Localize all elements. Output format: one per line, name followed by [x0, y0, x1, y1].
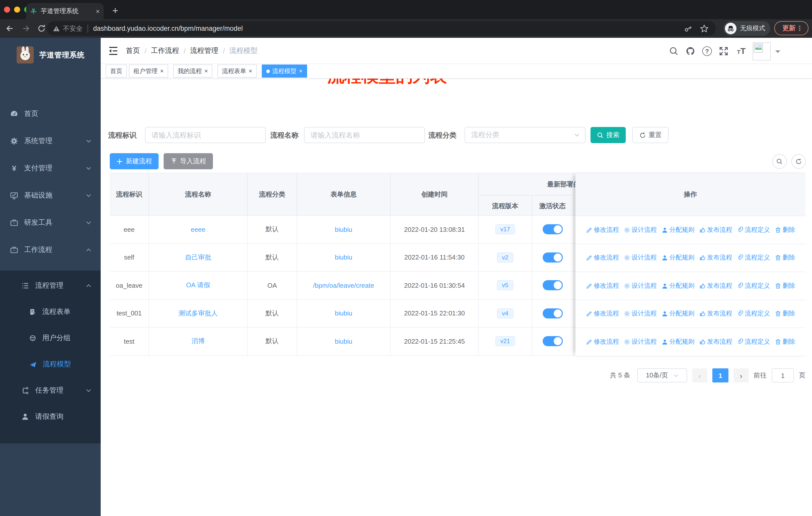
tag-my-process[interactable]: 我的流程× — [173, 64, 212, 78]
process-category-select[interactable]: 流程分类 — [465, 127, 585, 143]
search-button[interactable]: 搜索 — [590, 127, 626, 143]
tag-close-icon[interactable]: × — [160, 68, 164, 74]
help-icon[interactable]: ? — [702, 46, 712, 56]
action-assign-link[interactable]: 分配规则 — [661, 337, 694, 346]
tag-tenant[interactable]: 租户管理× — [129, 64, 168, 78]
prev-page-button[interactable]: ‹ — [692, 369, 707, 382]
sidebar-item-system[interactable]: 系统管理 — [0, 128, 101, 155]
action-delete-link[interactable]: 删除 — [775, 282, 795, 290]
goto-page-input[interactable] — [772, 369, 794, 382]
show-search-toggle-button[interactable] — [772, 154, 787, 169]
sidebar-item-payment[interactable]: ¥ 支付管理 — [0, 155, 101, 182]
version-badge[interactable]: v21 — [495, 336, 515, 347]
sidebar-item-process-management[interactable]: 流程管理 — [0, 273, 101, 299]
version-badge[interactable]: v17 — [495, 224, 515, 235]
action-delete-link[interactable]: 删除 — [775, 310, 795, 318]
version-badge[interactable]: v5 — [497, 280, 513, 291]
sidebar-item-devtools[interactable]: 研发工具 — [0, 209, 101, 236]
refresh-table-button[interactable] — [791, 154, 806, 169]
browser-tab[interactable]: 芋道管理系统 × — [26, 3, 104, 19]
bookmark-star-icon[interactable] — [700, 24, 709, 33]
action-design-link[interactable]: 设计流程 — [624, 310, 657, 318]
page-size-select[interactable]: 10条/页 — [637, 369, 687, 382]
next-page-button[interactable]: › — [733, 369, 749, 382]
action-publish-link[interactable]: 发布流程 — [699, 226, 732, 234]
active-toggle[interactable] — [543, 280, 562, 291]
tag-process-model[interactable]: 流程模型× — [262, 64, 307, 78]
action-edit-link[interactable]: 修改流程 — [586, 310, 619, 318]
create-process-button[interactable]: 新建流程 — [110, 153, 158, 169]
page-number-button[interactable]: 1 — [712, 369, 728, 382]
active-toggle[interactable] — [543, 224, 562, 235]
active-toggle[interactable] — [543, 336, 562, 347]
action-definition-link[interactable]: 流程定义 — [737, 254, 770, 262]
sidebar-collapse-icon[interactable] — [108, 46, 118, 55]
action-assign-link[interactable]: 分配规则 — [661, 254, 694, 262]
sidebar-logo[interactable]: 芋道管理系统 — [0, 42, 101, 68]
process-name-input[interactable] — [304, 127, 425, 143]
sidebar-item-home[interactable]: 首页 — [0, 100, 101, 128]
password-key-icon[interactable] — [684, 24, 693, 33]
breadcrumb-home[interactable]: 首页 — [126, 46, 140, 55]
process-name-link[interactable]: 自己审批 — [185, 253, 211, 262]
window-minimize-button[interactable] — [14, 6, 20, 12]
import-process-button[interactable]: 导入流程 — [164, 153, 213, 169]
back-icon[interactable] — [5, 24, 14, 33]
action-design-link[interactable]: 设计流程 — [624, 337, 657, 346]
process-name-link[interactable]: 测试多审批人 — [178, 309, 218, 318]
process-name-link[interactable]: 滔博 — [192, 337, 205, 346]
version-badge[interactable]: v2 — [497, 252, 513, 263]
address-bar[interactable]: 不安全 dashboard.yudao.iocoder.cn/bpm/manag… — [47, 21, 716, 36]
security-chip[interactable]: 不安全 — [53, 24, 83, 33]
sidebar-item-leave-query[interactable]: 请假查询 — [0, 404, 101, 430]
version-badge[interactable]: v4 — [497, 308, 513, 319]
sidebar-item-user-groups[interactable]: 用户分组 — [0, 325, 101, 351]
action-edit-link[interactable]: 修改流程 — [586, 337, 619, 346]
action-definition-link[interactable]: 流程定义 — [737, 226, 770, 234]
forward-icon[interactable] — [21, 24, 31, 33]
action-publish-link[interactable]: 发布流程 — [699, 310, 732, 318]
process-id-input[interactable] — [145, 127, 266, 143]
sidebar-item-task-management[interactable]: 任务管理 — [0, 377, 101, 404]
tag-close-icon[interactable]: × — [249, 68, 252, 74]
action-design-link[interactable]: 设计流程 — [624, 226, 657, 234]
action-design-link[interactable]: 设计流程 — [624, 282, 657, 290]
process-name-link[interactable]: eeee — [191, 226, 205, 233]
form-info-link[interactable]: biubiu — [335, 337, 352, 345]
new-tab-button[interactable]: + — [109, 4, 122, 17]
form-info-link[interactable]: biubiu — [335, 254, 352, 261]
action-publish-link[interactable]: 发布流程 — [699, 282, 732, 290]
tag-close-icon[interactable]: × — [204, 68, 208, 74]
github-icon[interactable] — [686, 46, 695, 56]
action-assign-link[interactable]: 分配规则 — [661, 282, 694, 290]
action-definition-link[interactable]: 流程定义 — [737, 282, 770, 290]
fullscreen-icon[interactable] — [719, 46, 728, 56]
active-toggle[interactable] — [543, 252, 562, 263]
form-info-link[interactable]: biubiu — [335, 310, 352, 317]
form-info-link[interactable]: biubiu — [335, 226, 352, 233]
action-definition-link[interactable]: 流程定义 — [737, 337, 770, 346]
active-toggle[interactable] — [543, 308, 562, 319]
sidebar-item-process-model[interactable]: 流程模型 — [0, 351, 101, 377]
action-edit-link[interactable]: 修改流程 — [586, 254, 619, 262]
action-delete-link[interactable]: 删除 — [775, 337, 795, 346]
avatar-caret-icon[interactable] — [775, 50, 780, 55]
action-design-link[interactable]: 设计流程 — [624, 254, 657, 262]
search-icon[interactable] — [669, 46, 678, 56]
action-edit-link[interactable]: 修改流程 — [586, 282, 619, 290]
action-publish-link[interactable]: 发布流程 — [699, 254, 732, 262]
action-publish-link[interactable]: 发布流程 — [699, 337, 732, 346]
window-close-button[interactable] — [4, 6, 10, 12]
action-delete-link[interactable]: 删除 — [775, 254, 795, 262]
action-assign-link[interactable]: 分配规则 — [661, 226, 694, 234]
breadcrumb-workflow[interactable]: 工作流程 — [151, 46, 179, 55]
tag-home[interactable]: 首页 — [106, 64, 127, 78]
tag-close-icon[interactable]: × — [299, 68, 302, 74]
reset-button[interactable]: 重置 — [632, 127, 669, 143]
update-button[interactable]: 更新 — [774, 21, 809, 35]
tab-close-icon[interactable]: × — [96, 7, 100, 15]
font-size-icon[interactable]: TT — [737, 47, 746, 55]
reload-icon[interactable] — [37, 24, 46, 33]
user-avatar[interactable] — [753, 42, 771, 60]
sidebar-item-infrastructure[interactable]: 基础设施 — [0, 182, 101, 209]
